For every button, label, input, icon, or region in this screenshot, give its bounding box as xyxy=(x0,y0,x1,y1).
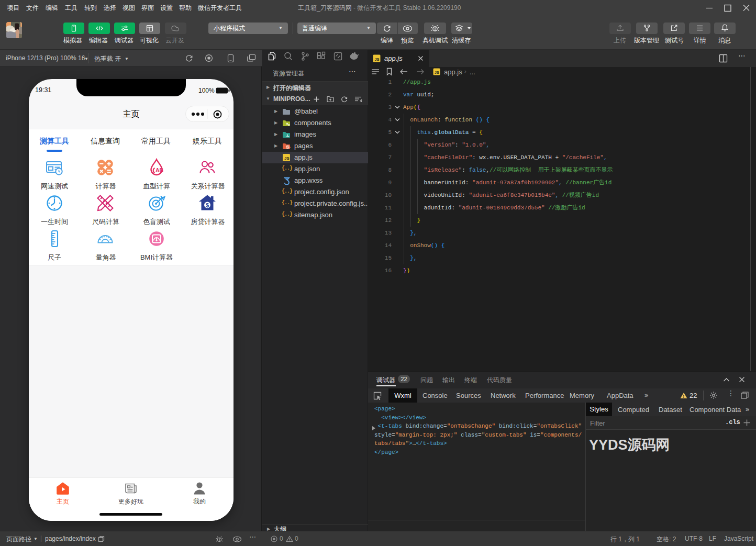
svg-text:JS: JS xyxy=(374,57,379,62)
svg-text:$: $ xyxy=(206,202,209,208)
svg-text:JS: JS xyxy=(435,71,439,74)
svg-text:AB: AB xyxy=(155,167,164,173)
svg-text:<>: <> xyxy=(286,146,291,149)
svg-text:JS: JS xyxy=(284,156,290,161)
